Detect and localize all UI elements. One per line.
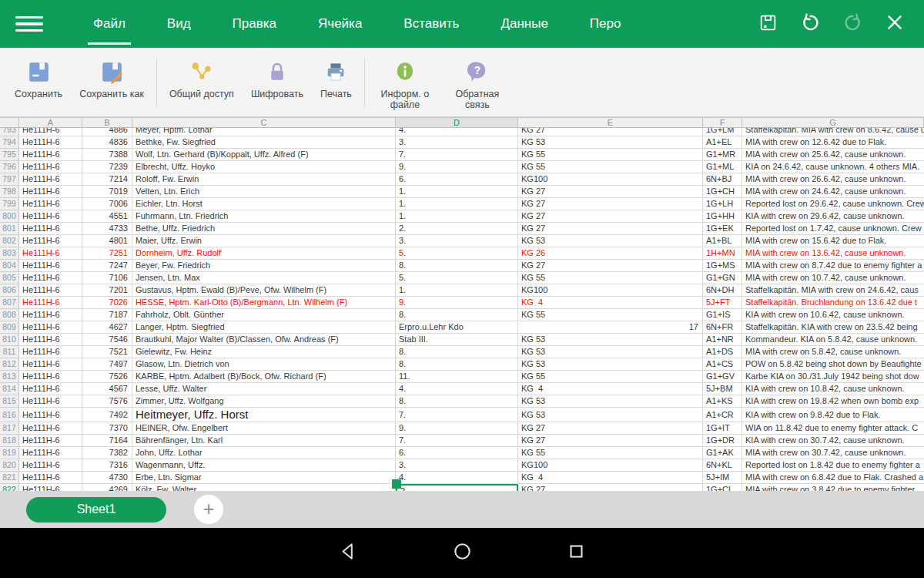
tab-view[interactable]: Вид [146, 0, 212, 48]
row-header-822[interactable]: 822 [0, 484, 19, 491]
column-header-C[interactable]: C [132, 118, 396, 128]
cell-F802[interactable]: A1+BL [703, 235, 742, 247]
cell-B807[interactable]: 7026 [82, 297, 132, 309]
cell-A814[interactable]: He111H-6 [19, 383, 82, 395]
cell-G795[interactable]: MIA with crew on 25.6.42, cause unknown. [742, 149, 924, 161]
row-header-815[interactable]: 815 [0, 395, 19, 408]
cell-C800[interactable]: Fuhrmann, Ltn. Friedrich [132, 210, 396, 223]
cell-E808[interactable]: KG 55 [518, 309, 703, 321]
cell-B822[interactable]: 4269 [82, 484, 132, 491]
print-button[interactable]: Печать [312, 58, 360, 99]
column-header-E[interactable]: E [518, 118, 703, 128]
select-all-corner[interactable] [0, 118, 19, 128]
cell-G822[interactable]: MIA with crew on 3.8.42 due to enemy fig… [742, 484, 924, 491]
cell-D800[interactable]: 1. [396, 210, 518, 223]
cell-B813[interactable]: 7526 [82, 371, 132, 383]
cell-G812[interactable]: POW on 5.8.42 being shot down by Beaufig… [742, 358, 924, 371]
row-header-821[interactable]: 821 [0, 472, 19, 484]
tab-pen[interactable]: Перо [569, 0, 642, 48]
cell-A794[interactable]: He111H-6 [19, 136, 82, 149]
cell-G814[interactable]: KIA with crew on 10.8.42, cause unknown. [742, 383, 924, 395]
nav-back-button[interactable] [337, 543, 359, 564]
cell-C803[interactable]: Dornheim, Uffz. Rudolf [132, 247, 396, 260]
cell-F805[interactable]: G1+GN [703, 272, 742, 284]
cell-C810[interactable]: Brautkuhl, Major Walter (B)/Classen, Ofw… [132, 334, 396, 346]
cell-B797[interactable]: 7214 [82, 173, 132, 186]
row-header-803[interactable]: 803 [0, 247, 19, 260]
cell-B803[interactable]: 7251 [82, 247, 132, 260]
cell-E820[interactable]: KG100 [518, 459, 703, 472]
cell-E817[interactable]: KG 27 [518, 422, 703, 435]
cell-C807[interactable]: HESSE, Hptm. Karl-Otto (B)/Bergmann, Ltn… [132, 297, 396, 309]
cell-G813[interactable]: Karbe KIA on 30./31.July 1942 being shot… [742, 371, 924, 383]
cell-C809[interactable]: Langer, Hptm. Siegfried [132, 321, 396, 334]
cell-D802[interactable]: 3. [396, 235, 518, 247]
row-header-797[interactable]: 797 [0, 173, 19, 186]
cell-E815[interactable]: KG 53 [518, 395, 703, 408]
cell-F803[interactable]: 1H+MN [703, 247, 742, 260]
cell-D793[interactable]: 4. [396, 128, 518, 136]
tab-file[interactable]: Файл [72, 0, 146, 48]
cell-G805[interactable]: MIA with crew on 10.7.42, cause unknown. [742, 272, 924, 284]
cell-G804[interactable]: MIA with crew on 8.7.42 due to enemy fig… [742, 260, 924, 272]
cell-B794[interactable]: 4836 [82, 136, 132, 149]
cell-D803[interactable]: 5. [396, 247, 518, 260]
row-header-798[interactable]: 798 [0, 186, 19, 198]
cell-C805[interactable]: Jensen, Ltn. Max [132, 272, 396, 284]
cell-C796[interactable]: Elbrecht, Uffz. Hoyko [132, 161, 396, 173]
cell-C811[interactable]: Gielewitz, Fw. Heinz [132, 346, 396, 358]
cell-E797[interactable]: KG100 [518, 173, 703, 186]
cell-E799[interactable]: KG 27 [518, 198, 703, 210]
cell-B798[interactable]: 7019 [82, 186, 132, 198]
cell-C793[interactable]: Meyer, Hptm. Lothar [132, 128, 396, 136]
cell-D822[interactable]: 2. [396, 484, 518, 491]
cell-C812[interactable]: Glasow, Ltn. Dietrich von [132, 358, 396, 371]
cell-E814[interactable]: KG 4 [518, 383, 703, 395]
save-button[interactable]: Сохранить [6, 58, 71, 99]
row-header-807[interactable]: 807 [0, 297, 19, 309]
cell-D821[interactable]: 4. [396, 472, 518, 484]
column-header-A[interactable]: A [19, 118, 82, 128]
cell-B809[interactable]: 4627 [82, 321, 132, 334]
row-header-817[interactable]: 817 [0, 422, 19, 435]
cell-C794[interactable]: Bethke, Fw. Siegfried [132, 136, 396, 149]
row-header-801[interactable]: 801 [0, 223, 19, 235]
cell-C802[interactable]: Maier, Uffz. Erwin [132, 235, 396, 247]
cell-F815[interactable]: A1+KS [703, 395, 742, 408]
cell-C804[interactable]: Beyer, Fw. Friedrich [132, 260, 396, 272]
cell-A803[interactable]: He111H-6 [19, 247, 82, 260]
row-header-810[interactable]: 810 [0, 334, 19, 346]
spreadsheet-grid[interactable]: ABCDEFG 793He111H-64886Meyer, Hptm. Loth… [0, 117, 924, 491]
close-button[interactable] [884, 13, 906, 35]
cell-C816[interactable]: Heitmeyer, Uffz. Horst [132, 408, 396, 422]
feedback-button[interactable]: ?Обратная связь [441, 58, 514, 110]
cell-A808[interactable]: He111H-6 [19, 309, 82, 321]
hamburger-menu-icon[interactable] [15, 0, 43, 48]
cell-F821[interactable]: 5J+IM [703, 472, 742, 484]
tab-insert[interactable]: Вставить [383, 0, 480, 48]
cell-G806[interactable]: Staffelkapitän. MIA with crew on 24.6.42… [742, 284, 924, 297]
cell-G800[interactable]: KIA with crew on 29.6.42, cause unknown. [742, 210, 924, 223]
cell-D820[interactable]: 3. [396, 459, 518, 472]
cell-E812[interactable]: KG 53 [518, 358, 703, 371]
cell-E794[interactable]: KG 53 [518, 136, 703, 149]
cell-E798[interactable]: KG 27 [518, 186, 703, 198]
cell-B811[interactable]: 7521 [82, 346, 132, 358]
cell-A800[interactable]: He111H-6 [19, 210, 82, 223]
cell-B820[interactable]: 7316 [82, 459, 132, 472]
cell-G807[interactable]: Staffelkapitän. Bruchlandung on 13.6.42 … [742, 297, 924, 309]
row-header-805[interactable]: 805 [0, 272, 19, 284]
cell-G821[interactable]: MIA with crew on 6.8.42 due to Flak. Cra… [742, 472, 924, 484]
cell-E805[interactable]: KG 55 [518, 272, 703, 284]
cell-E795[interactable]: KG 55 [518, 149, 703, 161]
encrypt-button[interactable]: Шифровать [243, 58, 312, 99]
cell-B816[interactable]: 7492 [82, 408, 132, 422]
cell-C808[interactable]: Fahrholz, Oblt. Günther [132, 309, 396, 321]
cell-G815[interactable]: KIA with crew on 19.8.42 when own bomb e… [742, 395, 924, 408]
cell-G801[interactable]: Reported lost on 1.7.42, cause unknown. … [742, 223, 924, 235]
cell-E803[interactable]: KG 26 [518, 247, 703, 260]
cell-D819[interactable]: 6. [396, 447, 518, 459]
cell-F799[interactable]: 1G+LH [703, 198, 742, 210]
cell-F812[interactable]: A1+CS [703, 358, 742, 371]
cell-G816[interactable]: KIA with crew on 9.8.42 due to Flak. [742, 408, 924, 422]
